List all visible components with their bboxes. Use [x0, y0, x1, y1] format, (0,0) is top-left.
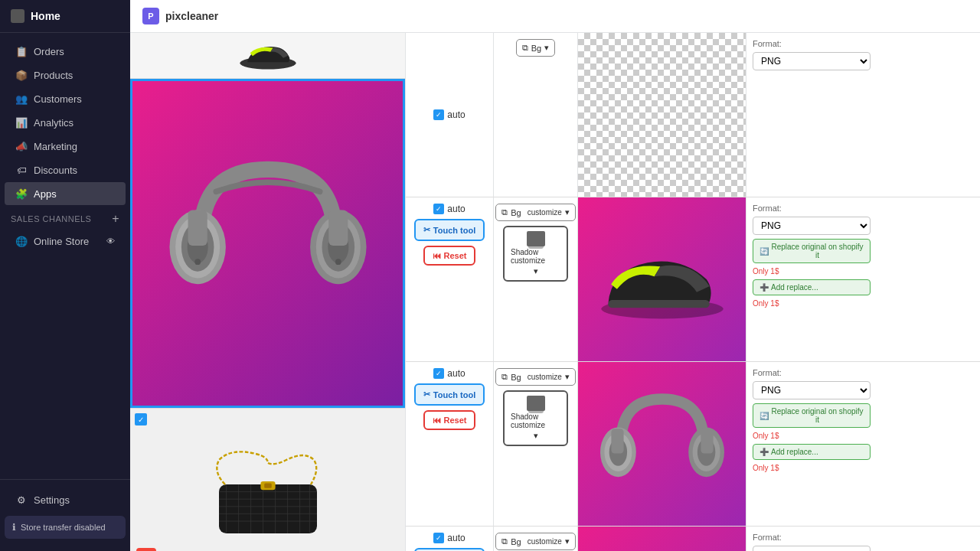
headphone-reset-button[interactable]: ⏮ Reset: [423, 410, 476, 430]
purse-thumb-left: ✓ 🗑: [130, 408, 405, 551]
app-logo: P pixcleaner: [142, 8, 218, 24]
sneaker-auto-checkbox[interactable]: ✓ auto: [433, 109, 465, 120]
sneaker-result-svg: [593, 226, 731, 333]
eye-icon: 👁: [106, 236, 115, 246]
main-area: ✓ 🗑: [130, 33, 980, 551]
purse-auto[interactable]: ✓ auto: [433, 533, 465, 543]
headphone-touch-tool-button[interactable]: ✂ Touch tool: [414, 383, 485, 406]
app-logo-icon: P: [142, 8, 159, 24]
sidebar-item-analytics[interactable]: 📊 Analytics: [5, 111, 126, 134]
headphone-result-svg: [593, 375, 731, 513]
sneaker-add-button[interactable]: ➕ Add replace...: [753, 279, 871, 295]
sneaker-replace-button[interactable]: 🔄 Replace original on shopify it: [753, 239, 871, 263]
headphone-auto[interactable]: ✓ auto: [433, 368, 465, 379]
purse-result: [578, 527, 746, 551]
expanded-headphone-preview[interactable]: [130, 79, 405, 408]
purse-svg: [207, 441, 329, 540]
sneaker-touch-tool-button[interactable]: ✂ Touch tool: [414, 219, 485, 241]
headphone-add-button[interactable]: ➕ Add replace...: [753, 444, 871, 460]
left-panel: ✓ 🗑: [130, 33, 406, 551]
chevron-down-icon-3: ▾: [534, 266, 538, 276]
headphone-auto-check[interactable]: ✓: [433, 368, 444, 379]
sneaker-bg-customize-button[interactable]: ⧉ Bg customize ▾: [495, 204, 575, 221]
add-icon: ➕: [760, 283, 769, 292]
sidebar-item-discounts[interactable]: 🏷 Discounts: [5, 158, 126, 181]
sidebar-item-label: Online Store: [34, 236, 89, 247]
sidebar-item-apps[interactable]: 🧩 Apps: [5, 182, 126, 205]
sidebar-item-orders[interactable]: 📋 Orders: [5, 40, 126, 63]
purse-format-select[interactable]: PNG: [753, 546, 871, 551]
sneaker-auto[interactable]: ✓ auto: [433, 204, 465, 214]
sneaker-result: [578, 197, 746, 361]
add-sales-channel-button[interactable]: +: [112, 212, 119, 226]
svg-rect-28: [264, 483, 272, 487]
right-panel: ✓ auto ⧉ Bg ▾ Format:: [406, 33, 980, 551]
main-content: P pixcleaner: [130, 0, 980, 551]
sidebar-item-marketing[interactable]: 📣 Marketing: [5, 135, 126, 158]
sidebar-item-customers[interactable]: 👥 Customers: [5, 87, 126, 110]
row-sneaker: ✓ auto ✂ Touch tool ⏮ Reset ⧉: [406, 197, 980, 362]
replace-icon-2: 🔄: [760, 412, 769, 420]
svg-rect-10: [328, 210, 348, 246]
headphone-format-select[interactable]: PNG: [753, 381, 871, 399]
sidebar-home-label: Home: [31, 10, 60, 22]
row-sneaker-partial: ✓ auto ⧉ Bg ▾ Format:: [406, 33, 980, 197]
reset-icon: ⏮: [433, 251, 441, 260]
chevron-down-icon-2: ▾: [565, 207, 570, 217]
apps-icon: 🧩: [15, 187, 28, 200]
sneaker-format-select-2[interactable]: PNG: [753, 217, 871, 235]
orders-icon: 📋: [15, 45, 28, 57]
shadow-icon-2: [527, 396, 545, 411]
sneaker-format: Format: PNG 🔄 Replace original on shopif…: [746, 197, 877, 361]
sneaker-auto-check[interactable]: ✓: [433, 204, 444, 214]
top-bar: P pixcleaner: [130, 0, 980, 33]
sneaker-bg-partial: ⧉ Bg ▾: [494, 33, 578, 197]
svg-rect-37: [611, 429, 623, 453]
purse-checkbox[interactable]: ✓: [135, 413, 147, 425]
top-partial-thumb: [130, 33, 405, 79]
delete-purse-button[interactable]: 🗑: [136, 548, 156, 551]
sidebar-item-label: Orders: [34, 46, 64, 57]
purse-controls: ✓ auto ✂ Touch tool ⏮ Reset: [406, 527, 494, 551]
svg-point-12: [335, 259, 341, 265]
chevron-down-icon: ▾: [544, 43, 549, 53]
purse-bg-customize-button[interactable]: ⧉ Bg customize ▾: [495, 533, 575, 550]
sneaker-thumb-small: [237, 34, 299, 77]
sidebar-item-products[interactable]: 📦 Products: [5, 64, 126, 86]
headphone-shadow-customize-button[interactable]: Shadow customize ▾: [503, 390, 568, 446]
scissors-icon: ✂: [423, 225, 430, 235]
sidebar-item-label: Apps: [34, 188, 57, 200]
sneaker-shadow-customize-button[interactable]: Shadow customize ▾: [503, 226, 568, 282]
sidebar-item-settings[interactable]: ⚙ Settings: [5, 488, 126, 511]
purse-bg: ⧉ Bg customize ▾ Shadow customize ▾: [494, 527, 578, 551]
products-icon: 📦: [15, 69, 28, 81]
layers-icon-2: ⧉: [501, 207, 508, 217]
headphone-format: Format: PNG 🔄 Replace original on shopif…: [746, 362, 877, 526]
sneaker-checkbox[interactable]: ✓: [433, 109, 444, 120]
sidebar-header: Home: [0, 0, 130, 33]
svg-rect-30: [608, 300, 709, 308]
sneaker-reset-button[interactable]: ⏮ Reset: [423, 246, 476, 266]
sneaker-controls-partial: ✓ auto: [406, 33, 494, 197]
sidebar-item-online-store[interactable]: 🌐 Online Store 👁: [5, 230, 126, 253]
purse-auto-check[interactable]: ✓: [433, 533, 444, 543]
chevron-down-icon-4: ▾: [565, 372, 570, 382]
headphone-replace-button[interactable]: 🔄 Replace original on shopify it: [753, 403, 871, 428]
sales-channels-section: SALES CHANNELS +: [0, 206, 130, 229]
sneaker-format-select[interactable]: PNG: [753, 52, 871, 70]
sneaker-format-partial: Format: PNG: [746, 33, 877, 197]
layers-icon-4: ⧉: [501, 536, 508, 546]
sidebar-item-label: Customers: [34, 93, 82, 105]
online-store-icon: 🌐: [15, 235, 28, 247]
sidebar-footer: ⚙ Settings Store transfer disabled: [0, 479, 130, 551]
svg-point-11: [194, 259, 201, 265]
sneaker-bg-customize-partial[interactable]: ⧉ Bg ▾: [516, 39, 555, 57]
sidebar-item-label: Products: [34, 70, 73, 81]
headphone-bg-customize-button[interactable]: ⧉ Bg customize ▾: [495, 368, 575, 386]
purse-touch-tool-button[interactable]: ✂ Touch tool: [414, 548, 485, 551]
sneaker-controls: ✓ auto ✂ Touch tool ⏮ Reset: [406, 197, 494, 361]
sidebar-item-label: Settings: [34, 494, 70, 506]
scissors-icon-2: ✂: [423, 390, 430, 399]
settings-icon: ⚙: [15, 494, 28, 506]
chevron-down-icon-6: ▾: [565, 536, 570, 546]
